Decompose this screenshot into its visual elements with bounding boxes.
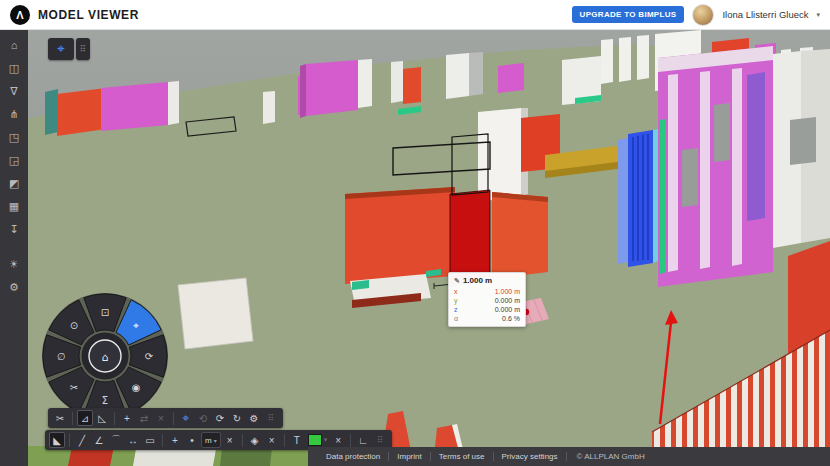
color-picker[interactable]: ▾ xyxy=(306,434,330,446)
components-icon[interactable]: ▦ xyxy=(6,198,22,214)
add-point-icon[interactable]: + xyxy=(167,432,183,448)
measure-area-icon[interactable]: ▭ xyxy=(142,432,158,448)
slope-a-tool-icon[interactable]: ⊿ xyxy=(77,410,93,426)
fullscreen-icon: ⊡ xyxy=(101,307,109,318)
toolbar-divider xyxy=(173,412,174,425)
toolbar-divider xyxy=(69,434,70,447)
measure-pencil-icon: ✎ xyxy=(454,277,460,285)
brightness-icon[interactable]: ☀ xyxy=(6,256,22,272)
top-bar: Λ MODEL VIEWER UPGRADE TO BIMPLUS Ilona … xyxy=(0,0,830,30)
drag-handle-icon[interactable]: ⠿ xyxy=(76,38,90,60)
page-title: MODEL VIEWER xyxy=(38,8,139,22)
polyline-tool-icon[interactable]: ∟ xyxy=(355,432,371,448)
user-menu-caret-icon[interactable]: ▾ xyxy=(816,11,820,19)
scissors-icon: ✂ xyxy=(70,382,78,393)
walk-icon: ⌖ xyxy=(133,320,139,331)
slope-measure-icon[interactable]: ◣ xyxy=(49,432,65,448)
footer-link-privacy[interactable]: Privacy settings xyxy=(494,452,567,461)
measure-line-icon[interactable]: ╱ xyxy=(74,432,90,448)
toolbar-divider xyxy=(114,412,115,425)
filter-icon[interactable]: ∇ xyxy=(6,83,22,99)
orbit-icon: ⟳ xyxy=(145,351,154,362)
clipping-cube-icon[interactable]: ◳ xyxy=(6,129,22,145)
rotate-ccw-tool-icon[interactable]: ⟲ xyxy=(195,410,211,426)
close-measure-icon[interactable]: × xyxy=(222,432,238,448)
footer-copyright: © ALLPLAN GmbH xyxy=(567,452,645,461)
left-sidebar: ⌂ ◫ ∇ ⋔ ◳ ◲ ◩ ▦ ↧ ☀ ⚙ xyxy=(0,30,28,466)
orbit-tool-icon[interactable]: ↻ xyxy=(229,410,245,426)
transform-toolbar: ✂ ⊿ ◺ + ⇄ × ⌖ ⟲ ⟳ ↻ ⚙ ⠿ xyxy=(48,408,283,428)
footer-link-imprint[interactable]: Imprint xyxy=(389,452,430,461)
unit-caret-icon: ▾ xyxy=(214,437,217,444)
toolbar-divider xyxy=(162,434,163,447)
allplan-logo-icon: Λ xyxy=(10,5,30,25)
close-tag-icon[interactable]: × xyxy=(264,432,280,448)
upgrade-to-bimplus-button[interactable]: UPGRADE TO BIMPLUS xyxy=(572,6,685,23)
measurement-tooltip: ✎ 1.000 m x 1.000 m y 0.000 m z 0.000 m … xyxy=(448,272,526,327)
building-icon[interactable]: ⌂ xyxy=(6,37,22,53)
model-viewport[interactable]: ⌖ ⠿ ✎ 1.000 m x 1.000 m y 0.000 m z 0.00… xyxy=(28,30,830,466)
unit-value: m xyxy=(205,436,212,445)
slope-b-tool-icon[interactable]: ◺ xyxy=(94,410,110,426)
tooltip-row-alpha: α 0.6 % xyxy=(454,314,520,323)
footer-bar: Data protection Imprint Terms of use Pri… xyxy=(308,447,830,466)
navigation-wheel[interactable]: ⌂ ⊡ ⌖ ⟳ ◉ Σ ✂ ∅ ⊙ xyxy=(38,289,172,423)
toolbar-drag-handle[interactable]: ⠿ xyxy=(263,410,279,426)
move-cube-icon[interactable]: ◲ xyxy=(6,152,22,168)
close-text-icon[interactable]: × xyxy=(330,432,346,448)
swap-tool-icon[interactable]: ⇄ xyxy=(136,410,152,426)
camera-icon: ◉ xyxy=(132,382,141,393)
pin-icon: ⊙ xyxy=(70,320,78,331)
measure-angle-icon[interactable]: ∠ xyxy=(91,432,107,448)
toolbar-settings-gear-icon[interactable]: ⚙ xyxy=(246,410,262,426)
text-tool-icon[interactable]: T xyxy=(289,432,305,448)
cut-tool-icon[interactable]: ✂ xyxy=(52,410,68,426)
toolbar-divider xyxy=(284,434,285,447)
delete-tool-icon[interactable]: × xyxy=(153,410,169,426)
toolbar-divider xyxy=(72,412,73,425)
sections-icon[interactable]: ◩ xyxy=(6,175,22,191)
color-caret-icon: ▾ xyxy=(324,436,328,444)
hide-icon: ∅ xyxy=(57,351,66,362)
tooltip-row-z: z 0.000 m xyxy=(454,305,520,314)
walk-mode-icon[interactable]: ⌖ xyxy=(48,38,74,60)
home-icon[interactable]: ⌂ xyxy=(102,351,109,364)
toolbar-divider xyxy=(242,434,243,447)
toolbar-drag-handle[interactable]: ⠿ xyxy=(372,432,388,448)
move-tool-icon[interactable]: ⌖ xyxy=(178,410,194,426)
toolbar-divider xyxy=(350,434,351,447)
main-area: ⌂ ◫ ∇ ⋔ ◳ ◲ ◩ ▦ ↧ ☀ ⚙ xyxy=(0,30,830,466)
color-swatch xyxy=(308,434,322,446)
add-tool-icon[interactable]: + xyxy=(119,410,135,426)
user-name[interactable]: Ilona Llisterri Glueck xyxy=(722,9,808,20)
download-icon[interactable]: ↧ xyxy=(6,221,22,237)
measure-dimension-icon[interactable]: ↔ xyxy=(125,432,141,448)
tooltip-row-y: y 0.000 m xyxy=(454,296,520,305)
tooltip-row-x: x 1.000 m xyxy=(454,287,520,296)
point-icon[interactable]: • xyxy=(184,432,200,448)
tooltip-heading: 1.000 m xyxy=(463,276,492,285)
unit-select[interactable]: m ▾ xyxy=(201,432,221,448)
hierarchy-icon[interactable]: ⋔ xyxy=(6,106,22,122)
settings-gear-icon[interactable]: ⚙ xyxy=(6,279,22,295)
footer-link-data-protection[interactable]: Data protection xyxy=(318,452,389,461)
view-mode-mini-toolbar: ⌖ ⠿ xyxy=(48,38,90,60)
user-avatar[interactable] xyxy=(692,4,714,26)
layers-icon[interactable]: ◫ xyxy=(6,60,22,76)
rotate-cw-tool-icon[interactable]: ⟳ xyxy=(212,410,228,426)
tag-tool-icon[interactable]: ◈ xyxy=(247,432,263,448)
sum-icon: Σ xyxy=(102,395,108,406)
footer-link-terms[interactable]: Terms of use xyxy=(431,452,494,461)
measure-arc-icon[interactable]: ⌒ xyxy=(108,432,124,448)
